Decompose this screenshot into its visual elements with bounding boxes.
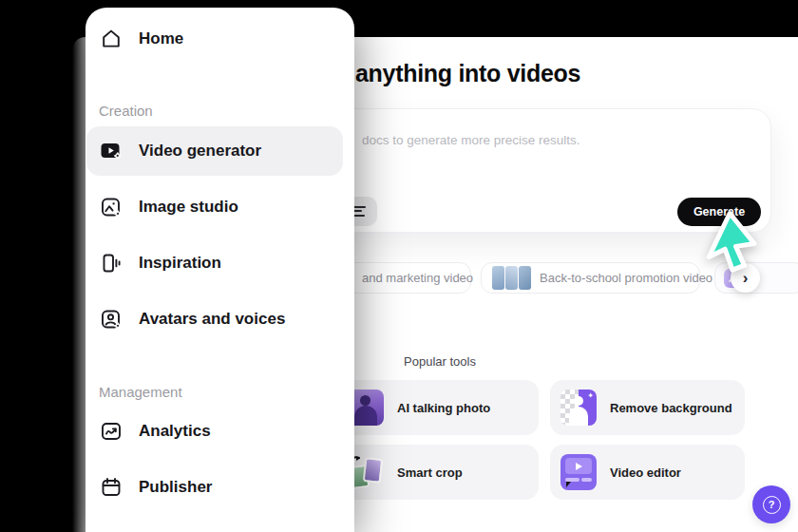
tool-card-remove-background[interactable]: ✦ Remove background: [550, 380, 745, 435]
sidebar-item-avatars-and-voices[interactable]: Avatars and voices: [93, 298, 347, 340]
sidebar-item-home[interactable]: Home: [93, 18, 347, 60]
tool-card-smart-crop[interactable]: Smart crop: [337, 445, 539, 500]
image-studio-icon: [99, 195, 124, 219]
sidebar-item-inspiration[interactable]: Inspiration: [93, 242, 347, 284]
inspiration-icon: [99, 251, 124, 276]
home-icon: [99, 27, 124, 51]
avatars-voices-icon: [99, 307, 124, 332]
sidebar-item-analytics[interactable]: Analytics: [93, 410, 347, 452]
tool-label: Remove background: [610, 401, 732, 415]
sidebar-item-label: Home: [139, 29, 183, 48]
sidebar: Home Creation Video generator: [86, 8, 354, 532]
sidebar-item-video-generator[interactable]: Video generator: [86, 126, 343, 176]
tool-card-video-editor[interactable]: Video editor: [550, 445, 745, 500]
app-screen: anything into videos docs to generate mo…: [0, 0, 798, 532]
pointer-cursor-icon: [703, 210, 762, 278]
sidebar-section-management: Management: [99, 384, 182, 400]
sidebar-item-publisher[interactable]: Publisher: [93, 466, 347, 508]
tool-label: Smart crop: [397, 466, 463, 480]
sidebar-item-image-studio[interactable]: Image studio: [93, 186, 347, 228]
analytics-icon: [99, 419, 124, 444]
help-button[interactable]: ?: [752, 485, 790, 523]
video-generator-icon: [99, 139, 124, 163]
suggestion-label: Back-to-school promotion video: [540, 271, 712, 285]
sidebar-item-label: Avatars and voices: [139, 310, 285, 329]
sidebar-item-label: Image studio: [139, 198, 238, 217]
tool-card-ai-talking-photo[interactable]: AI talking photo: [337, 380, 539, 435]
suggestion-label: and marketing video: [362, 271, 473, 285]
sidebar-item-label: Video generator: [139, 142, 261, 161]
sidebar-item-label: Analytics: [139, 422, 211, 441]
video-editor-icon: [560, 454, 597, 490]
tool-label: Video editor: [610, 466, 681, 480]
sidebar-item-label: Publisher: [139, 478, 212, 497]
sidebar-item-label: Inspiration: [139, 254, 221, 273]
question-icon: ?: [763, 496, 781, 514]
suggestion-thumbnails: [492, 266, 531, 290]
prompt-placeholder: docs to generate more precise results.: [362, 133, 580, 147]
page-title: anything into videos: [355, 60, 580, 87]
sparkle-icon: ✦: [587, 392, 594, 400]
remove-background-icon: ✦: [560, 390, 597, 426]
tool-label: AI talking photo: [397, 401, 490, 415]
publisher-calendar-icon: [99, 475, 124, 500]
sidebar-section-creation: Creation: [99, 103, 153, 119]
script-lines-icon: [353, 206, 366, 217]
suggestion-chip-back-to-school[interactable]: Back-to-school promotion video: [481, 262, 700, 294]
popular-tools-title: Popular tools: [337, 354, 542, 369]
